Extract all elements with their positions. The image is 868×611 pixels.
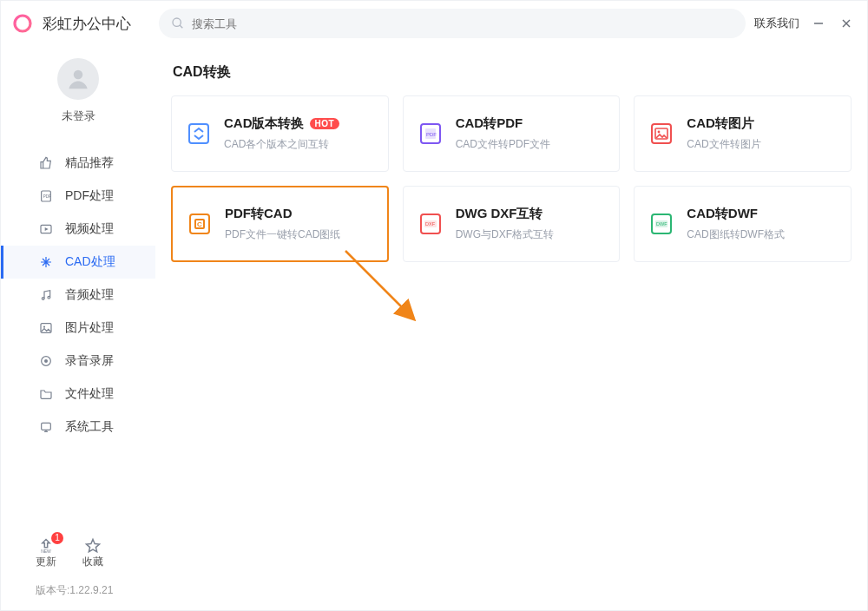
svg-text:DWF: DWF	[656, 221, 667, 227]
app-title: 彩虹办公中心	[43, 14, 131, 34]
profile-block[interactable]: 未登录	[1, 46, 155, 143]
svg-point-13	[43, 326, 45, 328]
sidebar-item-record[interactable]: 录音录屏	[1, 345, 155, 378]
sidebar-item-label: 精品推荐	[65, 155, 114, 171]
cad-convert-icon	[186, 121, 212, 147]
svg-text:PDF: PDF	[43, 194, 51, 199]
update-label: 更新	[36, 555, 56, 569]
svg-rect-18	[189, 124, 208, 143]
svg-point-0	[15, 16, 30, 31]
svg-point-15	[44, 359, 48, 363]
svg-line-2	[180, 25, 182, 28]
sidebar-item-label: 视频处理	[65, 221, 114, 237]
sidebar-item-featured[interactable]: 精品推荐	[1, 147, 155, 180]
card-cad-to-dwf[interactable]: DWF CAD转DWF CAD图纸转DWF格式	[634, 186, 852, 262]
sidebar-item-label: 音频处理	[65, 287, 114, 303]
titlebar: 彩虹办公中心 联系我们	[1, 1, 867, 46]
version-label: 版本号:1.22.9.21	[1, 583, 155, 598]
sidebar-item-pdf[interactable]: PDF PDF处理	[1, 180, 155, 213]
sidebar-item-label: PDF处理	[65, 188, 114, 204]
svg-text:C: C	[197, 220, 202, 228]
card-subtitle: CAD文件转图片	[687, 137, 760, 152]
update-badge: 1	[51, 532, 63, 544]
sidebar: 未登录 精品推荐 PDF PDF处理 视频处理 CAD处理 音频处理	[1, 46, 155, 610]
sidebar-item-system[interactable]: 系统工具	[1, 411, 155, 443]
svg-point-6	[74, 70, 83, 80]
svg-rect-16	[42, 423, 51, 430]
favorite-button[interactable]: 收藏	[82, 537, 103, 569]
login-state: 未登录	[62, 108, 95, 124]
svg-point-10	[42, 298, 44, 300]
card-title: PDF转CAD	[225, 206, 293, 222]
folder-icon	[39, 387, 53, 401]
close-button[interactable]	[838, 15, 855, 32]
card-title: CAD转图片	[687, 115, 754, 132]
sidebar-item-label: 录音录屏	[65, 353, 114, 369]
thumb-up-icon	[39, 156, 53, 170]
pdf-icon: PDF	[39, 189, 53, 203]
cad-icon	[39, 255, 53, 269]
app-logo-icon	[13, 14, 32, 33]
system-icon	[39, 420, 53, 434]
cad-to-dwf-icon: DWF	[648, 211, 674, 237]
contact-us-link[interactable]: 联系我们	[754, 16, 799, 31]
dwg-dxf-icon: DXF	[418, 211, 444, 237]
card-title: DWG DXF互转	[456, 206, 543, 222]
svg-text:DXF: DXF	[425, 221, 436, 227]
card-cad-to-image[interactable]: CAD转图片 CAD文件转图片	[634, 95, 852, 172]
svg-point-11	[48, 296, 50, 299]
pdf-to-cad-icon: C	[187, 211, 213, 237]
card-grid: CAD版本转换 HOT CAD各个版本之间互转 PDF CAD转PDF CAD文…	[171, 95, 852, 262]
video-icon	[39, 222, 53, 236]
card-dwg-dxf[interactable]: DXF DWG DXF互转 DWG与DXF格式互转	[403, 186, 621, 262]
avatar-icon	[65, 66, 91, 92]
sidebar-item-label: 系统工具	[65, 419, 114, 435]
hot-badge: HOT	[310, 118, 340, 129]
cad-to-pdf-icon: PDF	[418, 121, 444, 147]
svg-text:NEW: NEW	[41, 549, 51, 554]
card-cad-version-convert[interactable]: CAD版本转换 HOT CAD各个版本之间互转	[171, 95, 389, 172]
card-pdf-to-cad[interactable]: C PDF转CAD PDF文件一键转CAD图纸	[171, 186, 389, 262]
sidebar-item-image[interactable]: 图片处理	[1, 312, 155, 345]
card-subtitle: CAD图纸转DWF格式	[687, 227, 785, 242]
section-title: CAD转换	[173, 63, 852, 82]
svg-point-24	[658, 131, 661, 134]
sidebar-item-label: 文件处理	[65, 386, 114, 402]
record-icon	[39, 354, 53, 368]
favorite-label: 收藏	[82, 555, 103, 569]
sidebar-item-cad[interactable]: CAD处理	[1, 246, 155, 279]
card-subtitle: CAD各个版本之间互转	[224, 137, 339, 152]
avatar	[57, 58, 99, 100]
search-icon	[171, 16, 185, 30]
sidebar-item-label: CAD处理	[65, 254, 115, 270]
card-title: CAD版本转换	[224, 115, 305, 132]
search-input[interactable]	[192, 17, 733, 30]
update-button[interactable]: 1 NEW 更新	[36, 537, 56, 569]
sidebar-item-audio[interactable]: 音频处理	[1, 279, 155, 312]
minimize-button[interactable]	[810, 15, 827, 32]
sidebar-item-label: 图片处理	[65, 320, 114, 336]
svg-point-1	[173, 18, 181, 26]
image-icon	[39, 321, 53, 335]
svg-text:PDF: PDF	[426, 132, 437, 137]
sidebar-item-video[interactable]: 视频处理	[1, 213, 155, 246]
cad-to-image-icon	[648, 121, 674, 147]
main-content: CAD转换 CAD版本转换 HOT CAD各个版本之间互转 PDF	[155, 46, 867, 610]
card-title: CAD转DWF	[687, 206, 758, 222]
card-subtitle: CAD文件转PDF文件	[456, 137, 550, 152]
card-title: CAD转PDF	[456, 115, 523, 132]
sidebar-item-file[interactable]: 文件处理	[1, 378, 155, 411]
svg-rect-12	[41, 324, 51, 333]
star-icon	[84, 537, 102, 555]
card-subtitle: DWG与DXF格式互转	[456, 227, 554, 242]
audio-icon	[39, 288, 53, 302]
search-box[interactable]	[159, 9, 746, 38]
card-cad-to-pdf[interactable]: PDF CAD转PDF CAD文件转PDF文件	[403, 95, 621, 172]
card-subtitle: PDF文件一键转CAD图纸	[225, 227, 340, 242]
nav: 精品推荐 PDF PDF处理 视频处理 CAD处理 音频处理 图片处理	[1, 147, 155, 443]
